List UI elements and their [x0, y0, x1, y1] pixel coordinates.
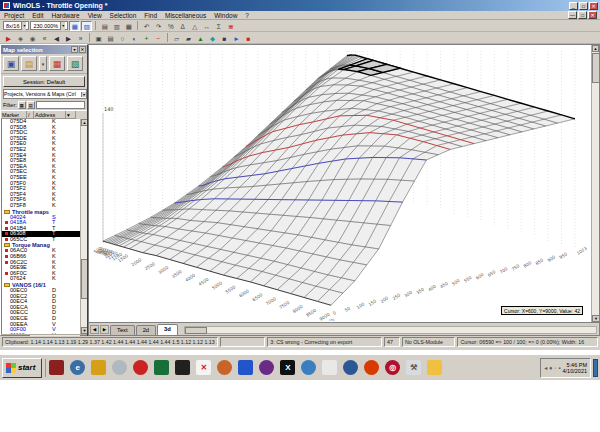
tray-icon-2[interactable]: ♦: [549, 365, 552, 371]
child-restore-button[interactable]: □: [578, 11, 587, 19]
menu-item-help[interactable]: ?: [241, 12, 253, 19]
taskbar-icon-5[interactable]: [133, 360, 148, 375]
delta-icon[interactable]: Δ: [177, 21, 188, 31]
select-col-icon[interactable]: ▦: [123, 21, 134, 31]
tab-scroll-right-icon[interactable]: ▶: [100, 325, 109, 334]
import-maps-icon[interactable]: ▦: [49, 56, 65, 71]
taskbar-icon-15[interactable]: [343, 360, 358, 375]
tray-icon-1[interactable]: ◂: [544, 364, 547, 371]
chart-hscrollbar[interactable]: [184, 326, 597, 334]
tab-text[interactable]: Text: [110, 325, 135, 335]
taskbar-icon-19[interactable]: [427, 360, 442, 375]
absolute-icon[interactable]: △: [189, 21, 200, 31]
taskbar-icon-8[interactable]: ✕: [196, 360, 211, 375]
taskbar-icon-12[interactable]: X: [280, 360, 295, 375]
child-minimize-button[interactable]: —: [568, 11, 577, 19]
show-desktop-button[interactable]: [593, 359, 598, 377]
paste-icon[interactable]: ▤: [105, 33, 116, 43]
flag-icon[interactable]: ▶: [3, 33, 14, 43]
column-header-[interactable]: /: [27, 111, 34, 119]
map-fill-icon[interactable]: ▰: [183, 33, 194, 43]
map-list[interactable]: 075D4K075D8K075DCK075DEK075E0K075E2K075E…: [1, 119, 87, 334]
filter-input[interactable]: [36, 101, 85, 109]
hex-icon[interactable]: ◆: [207, 33, 218, 43]
scroll-down-icon[interactable]: ▼: [592, 315, 600, 322]
compare-icon[interactable]: ◐: [129, 33, 140, 43]
session-button[interactable]: Session: Default: [3, 76, 85, 87]
tray-icon-3[interactable]: ◦: [554, 365, 556, 371]
column-header-address[interactable]: Address: [34, 111, 66, 119]
last-map-icon[interactable]: »: [75, 33, 86, 43]
menu-item-edit[interactable]: Edit: [28, 12, 47, 19]
tab-3d[interactable]: 3d: [157, 324, 178, 335]
taskbar-icon-6[interactable]: [154, 360, 169, 375]
increase-icon[interactable]: +: [141, 33, 152, 43]
taskbar-icon-2[interactable]: e: [70, 360, 85, 375]
taskbar-icon-4[interactable]: [112, 360, 127, 375]
sigma-icon[interactable]: Σ: [213, 21, 224, 31]
view-3d-icon[interactable]: ▨: [81, 21, 92, 31]
menu-item-view[interactable]: View: [84, 12, 106, 19]
taskbar-icon-1[interactable]: [49, 360, 64, 375]
menu-item-selection[interactable]: Selection: [106, 12, 141, 19]
export-maps-icon[interactable]: ▧: [67, 56, 83, 71]
stop-icon[interactable]: ■: [243, 33, 254, 43]
scrollbar-thumb[interactable]: [592, 53, 600, 83]
write-icon[interactable]: ■: [219, 33, 230, 43]
map-panel-titlebar[interactable]: Map selection ▾✕: [1, 45, 87, 54]
panel-pin-icon[interactable]: ▾: [71, 46, 78, 53]
rainbow-map-icon[interactable]: ≣: [225, 21, 236, 31]
scroll-up-icon[interactable]: ▲: [592, 45, 599, 52]
table-icon[interactable]: ▤: [99, 21, 110, 31]
map-list-header[interactable]: Marker/Address▾: [1, 110, 87, 119]
filter-list-icon[interactable]: ▤: [27, 101, 35, 109]
close-button[interactable]: ✕: [589, 2, 598, 10]
copy-icon[interactable]: ▣: [93, 33, 104, 43]
tab-scroll-left-icon[interactable]: ◀: [90, 325, 99, 334]
menu-item-find[interactable]: Find: [140, 12, 161, 19]
3d-surface-chart[interactable]: 1405206006807608409201000112012801500200…: [91, 47, 591, 321]
menu-item-hardware[interactable]: Hardware: [47, 12, 83, 19]
column-header-[interactable]: ▾: [66, 111, 76, 119]
scrollbar-thumb[interactable]: [81, 259, 87, 299]
tray-icon-4[interactable]: ▪: [558, 365, 560, 371]
taskbar-icon-10[interactable]: [238, 360, 253, 375]
save-version-icon[interactable]: ▣: [3, 56, 19, 71]
taskbar-icon-14[interactable]: [322, 360, 337, 375]
search-icon[interactable]: ◉: [27, 33, 38, 43]
chevron-down-icon[interactable]: ▾: [81, 92, 86, 97]
start-button[interactable]: start: [2, 358, 42, 378]
taskbar-icon-9[interactable]: [217, 360, 232, 375]
original-icon[interactable]: ○: [117, 33, 128, 43]
taskbar-icon-11[interactable]: [259, 360, 274, 375]
filter-grid-icon[interactable]: ▦: [18, 101, 26, 109]
chevron-down-icon[interactable]: ▾: [60, 22, 65, 30]
minimize-button[interactable]: _: [569, 2, 578, 10]
scroll-up-icon[interactable]: ▲: [81, 119, 87, 126]
menu-item-miscellaneous[interactable]: Miscellaneous: [161, 12, 210, 19]
map-row[interactable]: 01112V: [2, 333, 87, 334]
first-map-icon[interactable]: «: [39, 33, 50, 43]
decrease-icon[interactable]: −: [153, 33, 164, 43]
map-list-scrollbar[interactable]: ▲ ▼: [80, 119, 87, 334]
column-header-marker[interactable]: Marker: [1, 111, 27, 119]
tab-2d[interactable]: 2d: [136, 325, 156, 335]
chevron-down-icon[interactable]: ▾: [21, 22, 26, 30]
checksum-icon[interactable]: ▲: [195, 33, 206, 43]
taskbar-icon-16[interactable]: [364, 360, 379, 375]
open-dropdown-icon[interactable]: ▾: [39, 56, 47, 71]
map-list-icon[interactable]: ▱: [171, 33, 182, 43]
scope-combo[interactable]: Projects, Versions & Maps (Ctrl ▾: [3, 89, 87, 99]
taskbar-icon-3[interactable]: [91, 360, 106, 375]
child-close-button[interactable]: ✕: [588, 11, 597, 19]
taskbar-icon-13[interactable]: [301, 360, 316, 375]
chart-scrollbar[interactable]: ▲ ▼: [591, 45, 599, 322]
zoom-combo[interactable]: 230.000% ▾: [30, 21, 68, 30]
menu-item-project[interactable]: Project: [0, 12, 28, 19]
scroll-down-icon[interactable]: ▼: [81, 327, 87, 334]
prev-map-icon[interactable]: ◀: [51, 33, 62, 43]
next-map-icon[interactable]: ▶: [63, 33, 74, 43]
menu-item-window[interactable]: Window: [210, 12, 241, 19]
taskbar-icon-17[interactable]: ◎: [385, 360, 400, 375]
undo-icon[interactable]: ↶: [141, 21, 152, 31]
